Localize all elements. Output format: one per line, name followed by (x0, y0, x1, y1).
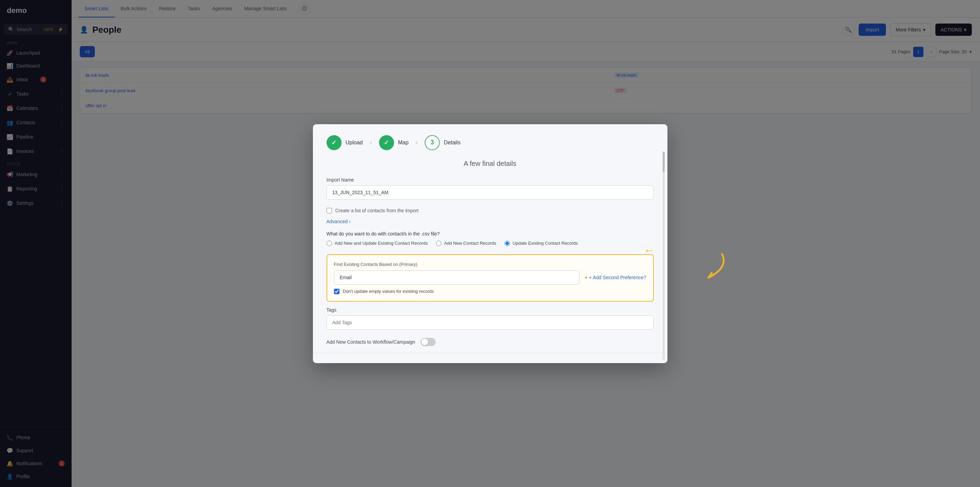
advanced-label: Advanced (326, 219, 348, 224)
step-arrow-1: › (369, 138, 372, 147)
modal-title: A few final details (326, 160, 654, 168)
step-upload: ✓ Upload (326, 135, 363, 150)
step-upload-circle: ✓ (326, 135, 342, 150)
chevron-right-icon: › (349, 219, 351, 224)
advanced-link[interactable]: Advanced › (326, 219, 654, 224)
radio-update-existing-input[interactable] (504, 241, 510, 246)
step-details-circle: 3 (425, 135, 440, 150)
step-details: 3 Details (425, 135, 460, 150)
create-list-checkbox[interactable] (326, 208, 332, 213)
step-upload-label: Upload (346, 140, 363, 146)
tags-input[interactable] (326, 315, 654, 330)
workflow-row: Add New Contacts to Workflow/Campaign (326, 338, 654, 346)
radio-add-new-label: Add New Contact Records (444, 241, 496, 246)
create-list-label: Create a list of contacts from the impor… (336, 208, 418, 213)
modal-body: ✓ Upload › ✓ Map › 3 Details A few final… (313, 124, 667, 363)
import-modal: ✓ Upload › ✓ Map › 3 Details A few final… (313, 124, 667, 363)
stepper: ✓ Upload › ✓ Map › 3 Details (326, 135, 654, 150)
workflow-label: Add New Contacts to Workflow/Campaign (326, 339, 415, 345)
import-name-section: Import Name (326, 177, 654, 200)
radio-update-existing-label: Update Existing Contact Records (513, 241, 578, 246)
modal-footer: Cancel Back Submit (326, 360, 654, 363)
import-name-input[interactable] (326, 185, 654, 200)
workflow-toggle[interactable] (421, 338, 436, 346)
dont-update-checkbox[interactable] (334, 289, 339, 294)
find-contacts-select[interactable]: Email Phone Name (334, 270, 579, 285)
step-details-label: Details (444, 140, 460, 146)
add-pref-label: + Add Second Preference? (589, 275, 646, 280)
step-arrow-2: › (415, 138, 418, 147)
create-list-row: Create a list of contacts from the impor… (326, 208, 654, 213)
step-map-label: Map (398, 140, 409, 146)
csv-section: What do you want to do with contact/s in… (326, 231, 654, 246)
dont-update-row: Don't update empty values for existing r… (334, 289, 646, 294)
tags-section: Tags (326, 307, 654, 330)
modal-overlay: ✓ Upload › ✓ Map › 3 Details A few final… (0, 0, 980, 487)
modal-scrollbar-track (663, 152, 665, 360)
csv-question: What do you want to do with contact/s in… (326, 231, 654, 236)
csv-radio-group: Add New and Update Existing Contact Reco… (326, 241, 654, 246)
find-contacts-box: Find Existing Contacts Based on (Primary… (326, 254, 654, 302)
radio-add-update[interactable]: Add New and Update Existing Contact Reco… (326, 241, 428, 246)
select-row: Email Phone Name + + Add Second Preferen… (334, 270, 646, 285)
step-map-circle: ✓ (379, 135, 394, 150)
plus-icon: + (585, 275, 588, 280)
radio-add-update-input[interactable] (326, 241, 332, 246)
radio-add-new-input[interactable] (436, 241, 441, 246)
modal-divider (313, 353, 667, 353)
find-contacts-label: Find Existing Contacts Based on (Primary… (334, 262, 646, 267)
radio-update-existing[interactable]: Update Existing Contact Records (504, 241, 578, 246)
dont-update-label: Don't update empty values for existing r… (343, 289, 434, 294)
radio-add-update-label: Add New and Update Existing Contact Reco… (335, 241, 428, 246)
tags-label: Tags (326, 307, 654, 313)
radio-add-new[interactable]: Add New Contact Records (436, 241, 496, 246)
modal-scrollbar-thumb (663, 152, 665, 172)
import-name-label: Import Name (326, 177, 654, 183)
step-map: ✓ Map (379, 135, 409, 150)
add-second-preference-btn[interactable]: + + Add Second Preference? (585, 275, 646, 280)
